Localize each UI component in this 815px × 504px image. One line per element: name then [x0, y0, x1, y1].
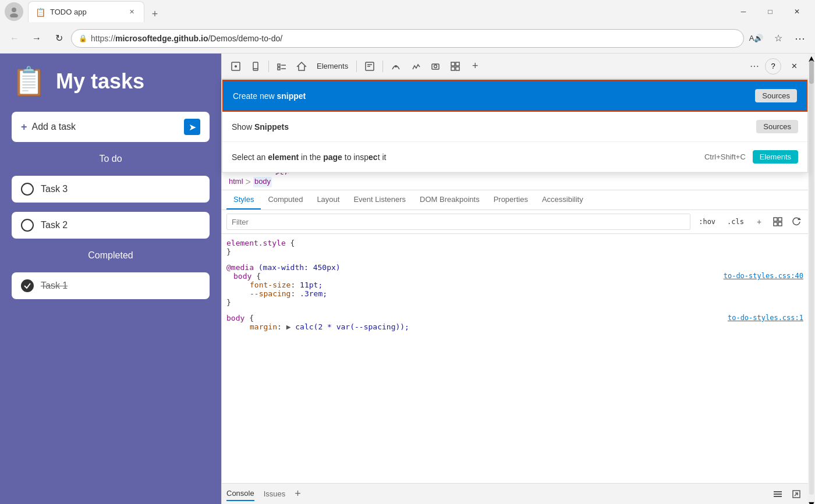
- performance-tab-icon[interactable]: [406, 57, 425, 76]
- style-file-link-2[interactable]: to-do-styles.css:1: [728, 314, 803, 322]
- create-snippet-sources-badge[interactable]: Sources: [755, 89, 797, 102]
- url-text: https://microsoftedge.github.io/Demos/de…: [91, 34, 736, 43]
- back-button[interactable]: ←: [5, 29, 24, 48]
- elements-tab-icon[interactable]: [272, 57, 291, 76]
- list-item[interactable]: Task 3: [12, 176, 210, 203]
- favorites-button[interactable]: ☆: [768, 29, 788, 48]
- svg-rect-6: [278, 64, 280, 66]
- computed-style-button[interactable]: [771, 215, 785, 229]
- style-property-font-size: font-size: 11pt;: [226, 281, 803, 289]
- styles-content: element.style { } @media (max-width: 450…: [222, 234, 808, 483]
- help-button[interactable]: ?: [765, 58, 781, 74]
- devtools-scrollbar[interactable]: ▲ ▼: [808, 54, 815, 504]
- styles-filter-input[interactable]: [226, 214, 690, 230]
- scroll-top-arrow[interactable]: ▲: [807, 54, 815, 58]
- task-checkbox[interactable]: [21, 219, 34, 232]
- style-file-link-1[interactable]: to-do-styles.css:40: [724, 272, 803, 280]
- tab-layout[interactable]: Layout: [310, 190, 346, 210]
- browser-window: 📋 TODO app ✕ + ─ □ ✕ ← → ↻ 🔒 https://mic…: [0, 0, 815, 504]
- scroll-thumb[interactable]: [809, 61, 814, 84]
- svg-rect-8: [278, 68, 280, 70]
- create-snippet-bold: snippet: [277, 91, 306, 101]
- devtools-panel: Elements + ⋯: [221, 54, 808, 504]
- devtools-close-button[interactable]: ✕: [785, 57, 803, 76]
- refresh-style-button[interactable]: [789, 215, 803, 229]
- select-element-item[interactable]: Select an element in the page to inspect…: [222, 142, 807, 172]
- tab-accessibility[interactable]: Accessibility: [535, 190, 590, 210]
- network-tab-icon[interactable]: [387, 57, 405, 76]
- scroll-bottom-arrow[interactable]: ▼: [807, 499, 815, 504]
- tab-dom-breakpoints[interactable]: DOM Breakpoints: [413, 190, 487, 210]
- toolbar-separator-2: [356, 61, 357, 72]
- address-bar[interactable]: 🔒 https://microsoftedge.github.io/Demos/…: [71, 29, 744, 48]
- style-rule-media: @media (max-width: 450px) body { to-do-s…: [226, 263, 803, 307]
- svg-rect-19: [451, 67, 455, 70]
- cls-button[interactable]: .cls: [724, 216, 747, 227]
- svg-point-1: [10, 13, 18, 17]
- refresh-button[interactable]: ↻: [49, 29, 69, 48]
- hov-button[interactable]: :hov: [695, 216, 719, 227]
- select-element-elements-badge[interactable]: Elements: [753, 150, 798, 164]
- lock-icon: 🔒: [79, 34, 87, 42]
- breadcrumb-body[interactable]: body: [253, 177, 272, 187]
- forward-button[interactable]: →: [27, 29, 47, 48]
- element-breadcrumb: html > body: [222, 175, 808, 190]
- tab-event-listeners[interactable]: Event Listeners: [346, 190, 413, 210]
- breadcrumb-html[interactable]: html: [229, 177, 243, 187]
- tab-console[interactable]: Console: [226, 487, 254, 501]
- style-media-query-line: @media (max-width: 450px): [226, 263, 803, 272]
- tab-issues[interactable]: Issues: [264, 487, 286, 501]
- home-icon-button[interactable]: [292, 57, 311, 76]
- show-snippets-item[interactable]: Show Snippets Sources: [222, 112, 807, 142]
- more-tools-button[interactable]: ⋯: [745, 57, 764, 76]
- show-snippets-sources-badge[interactable]: Sources: [756, 120, 798, 133]
- console-settings-button[interactable]: [771, 487, 785, 501]
- tab-styles[interactable]: Styles: [226, 190, 261, 210]
- task-label: Task 3: [41, 184, 68, 194]
- show-snippets-text: Show Snippets: [232, 122, 756, 132]
- styles-toolbar: :hov .cls +: [222, 210, 808, 234]
- svg-rect-22: [778, 218, 782, 221]
- new-tab-button[interactable]: +: [147, 6, 163, 22]
- nav-bar: ← → ↻ 🔒 https://microsoftedge.github.io/…: [0, 23, 815, 54]
- add-task-label: Add a task: [32, 122, 179, 132]
- elements-tab-label[interactable]: Elements: [312, 62, 353, 70]
- minimize-button[interactable]: ─: [730, 2, 757, 21]
- url-protocol: https://: [91, 34, 115, 43]
- maximize-button[interactable]: □: [757, 2, 784, 21]
- bottom-panel: Styles Computed Layout Event Listeners D…: [222, 190, 808, 504]
- application-tab-icon[interactable]: [446, 57, 465, 76]
- tab-computed[interactable]: Computed: [261, 190, 310, 210]
- profile-icon[interactable]: [5, 2, 23, 21]
- completed-section-label: Completed: [12, 250, 210, 261]
- list-item[interactable]: Task 1: [12, 272, 210, 299]
- task-checkbox-checked[interactable]: [21, 279, 34, 292]
- add-tab-button[interactable]: +: [295, 488, 301, 500]
- svg-rect-24: [778, 222, 782, 226]
- style-property-spacing: --spacing: .3rem;: [226, 289, 803, 298]
- app-header: 📋 My tasks: [12, 65, 210, 98]
- console-export-button[interactable]: [789, 487, 803, 501]
- add-panel-button[interactable]: +: [466, 57, 484, 76]
- sources-tab-icon[interactable]: [360, 57, 379, 76]
- device-emulation-button[interactable]: [246, 57, 265, 76]
- active-tab[interactable]: 📋 TODO app ✕: [28, 1, 144, 22]
- tab-properties[interactable]: Properties: [487, 190, 535, 210]
- create-snippet-item[interactable]: Create new snippet Sources: [222, 80, 807, 112]
- svg-point-14: [395, 65, 397, 68]
- task-checkbox[interactable]: [21, 183, 34, 196]
- tab-close-button[interactable]: ✕: [126, 7, 137, 17]
- window-controls: ─ □ ✕: [730, 2, 810, 21]
- add-style-button[interactable]: +: [752, 215, 766, 229]
- tabs-area: 📋 TODO app ✕ +: [28, 1, 730, 22]
- read-aloud-button[interactable]: A🔊: [746, 29, 766, 48]
- inspect-element-button[interactable]: [226, 57, 245, 76]
- more-button[interactable]: ⋯: [791, 29, 810, 48]
- add-task-button[interactable]: + Add a task ➤: [12, 112, 210, 142]
- close-button[interactable]: ✕: [784, 2, 810, 21]
- arrow-icon: ➤: [184, 119, 200, 135]
- app-sidebar: 📋 My tasks + Add a task ➤ To do Task 3 T…: [0, 54, 221, 504]
- show-snippets-bold: Snippets: [254, 122, 289, 132]
- list-item[interactable]: Task 2: [12, 212, 210, 239]
- memory-tab-icon[interactable]: [426, 57, 445, 76]
